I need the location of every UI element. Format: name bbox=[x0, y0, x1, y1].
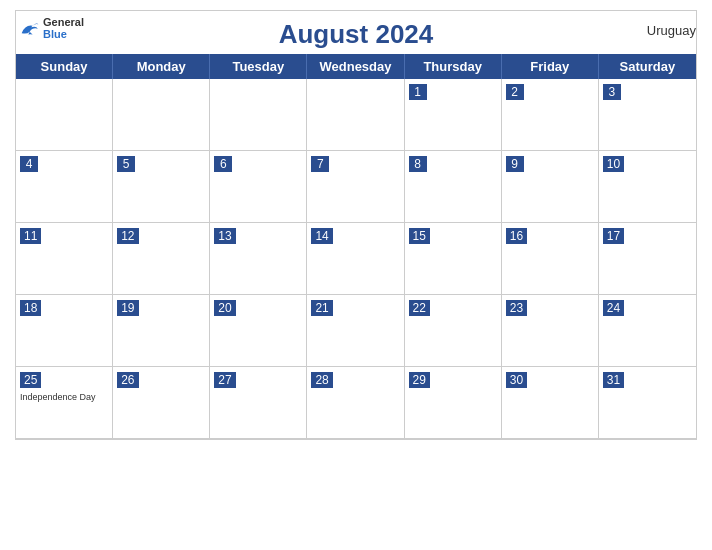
bird-icon bbox=[18, 18, 40, 38]
calendar-cell: 0 bbox=[16, 79, 113, 151]
day-header-wednesday: Wednesday bbox=[307, 54, 404, 79]
calendar-cell: 9 bbox=[502, 151, 599, 223]
day-header-thursday: Thursday bbox=[405, 54, 502, 79]
cell-number: 7 bbox=[311, 156, 329, 172]
cell-number: 22 bbox=[409, 300, 430, 316]
country-label: Uruguay bbox=[647, 23, 696, 38]
calendar-cell: 25Independence Day bbox=[16, 367, 113, 439]
calendar-header: General Blue August 2024 Uruguay bbox=[16, 11, 696, 54]
calendar-title: August 2024 bbox=[26, 19, 686, 50]
calendar-cell: 15 bbox=[405, 223, 502, 295]
calendar-cell: 0 bbox=[210, 79, 307, 151]
calendar-cell: 22 bbox=[405, 295, 502, 367]
cell-number: 9 bbox=[506, 156, 524, 172]
day-header-monday: Monday bbox=[113, 54, 210, 79]
cell-number: 8 bbox=[409, 156, 427, 172]
calendar-cell: 26 bbox=[113, 367, 210, 439]
cell-number: 21 bbox=[311, 300, 332, 316]
cell-number: 14 bbox=[311, 228, 332, 244]
cell-number: 17 bbox=[603, 228, 624, 244]
cell-number: 3 bbox=[603, 84, 621, 100]
calendar-cell: 24 bbox=[599, 295, 696, 367]
cell-event: Independence Day bbox=[20, 392, 108, 402]
cell-number: 26 bbox=[117, 372, 138, 388]
logo-area: General Blue bbox=[16, 16, 86, 40]
calendar-cell: 7 bbox=[307, 151, 404, 223]
calendar-cell: 21 bbox=[307, 295, 404, 367]
calendar-cell: 3 bbox=[599, 79, 696, 151]
cell-number: 10 bbox=[603, 156, 624, 172]
calendar-cell: 28 bbox=[307, 367, 404, 439]
calendar-grid: 0000123456789101112131415161718192021222… bbox=[16, 79, 696, 439]
calendar-cell: 20 bbox=[210, 295, 307, 367]
calendar-cell: 19 bbox=[113, 295, 210, 367]
calendar-cell: 10 bbox=[599, 151, 696, 223]
day-header-tuesday: Tuesday bbox=[210, 54, 307, 79]
calendar-cell: 11 bbox=[16, 223, 113, 295]
calendar-cell: 12 bbox=[113, 223, 210, 295]
cell-number: 4 bbox=[20, 156, 38, 172]
logo-general: General bbox=[43, 16, 84, 28]
cell-number: 12 bbox=[117, 228, 138, 244]
calendar-cell: 13 bbox=[210, 223, 307, 295]
calendar-cell: 6 bbox=[210, 151, 307, 223]
cell-number: 23 bbox=[506, 300, 527, 316]
calendar-cell: 31 bbox=[599, 367, 696, 439]
calendar-cell: 14 bbox=[307, 223, 404, 295]
cell-number: 11 bbox=[20, 228, 41, 244]
day-header-saturday: Saturday bbox=[599, 54, 696, 79]
cell-number: 25 bbox=[20, 372, 41, 388]
calendar-cell: 0 bbox=[307, 79, 404, 151]
calendar-cell: 23 bbox=[502, 295, 599, 367]
day-headers: Sunday Monday Tuesday Wednesday Thursday… bbox=[16, 54, 696, 79]
cell-number: 20 bbox=[214, 300, 235, 316]
cell-number: 19 bbox=[117, 300, 138, 316]
cell-number: 2 bbox=[506, 84, 524, 100]
calendar-cell: 5 bbox=[113, 151, 210, 223]
cell-number: 30 bbox=[506, 372, 527, 388]
cell-number: 15 bbox=[409, 228, 430, 244]
cell-number: 6 bbox=[214, 156, 232, 172]
cell-number: 1 bbox=[409, 84, 427, 100]
calendar-cell: 1 bbox=[405, 79, 502, 151]
calendar-cell: 29 bbox=[405, 367, 502, 439]
calendar-cell: 17 bbox=[599, 223, 696, 295]
calendar-cell: 16 bbox=[502, 223, 599, 295]
calendar-cell: 27 bbox=[210, 367, 307, 439]
calendar: General Blue August 2024 Uruguay Sunday … bbox=[15, 10, 697, 440]
calendar-cell: 8 bbox=[405, 151, 502, 223]
calendar-cell: 0 bbox=[113, 79, 210, 151]
cell-number: 31 bbox=[603, 372, 624, 388]
cell-number: 28 bbox=[311, 372, 332, 388]
cell-number: 27 bbox=[214, 372, 235, 388]
calendar-cell: 18 bbox=[16, 295, 113, 367]
calendar-cell: 30 bbox=[502, 367, 599, 439]
cell-number: 18 bbox=[20, 300, 41, 316]
day-header-friday: Friday bbox=[502, 54, 599, 79]
cell-number: 5 bbox=[117, 156, 135, 172]
day-header-sunday: Sunday bbox=[16, 54, 113, 79]
cell-number: 29 bbox=[409, 372, 430, 388]
logo-blue: Blue bbox=[43, 28, 84, 40]
calendar-cell: 2 bbox=[502, 79, 599, 151]
cell-number: 16 bbox=[506, 228, 527, 244]
cell-number: 24 bbox=[603, 300, 624, 316]
cell-number: 13 bbox=[214, 228, 235, 244]
calendar-cell: 4 bbox=[16, 151, 113, 223]
